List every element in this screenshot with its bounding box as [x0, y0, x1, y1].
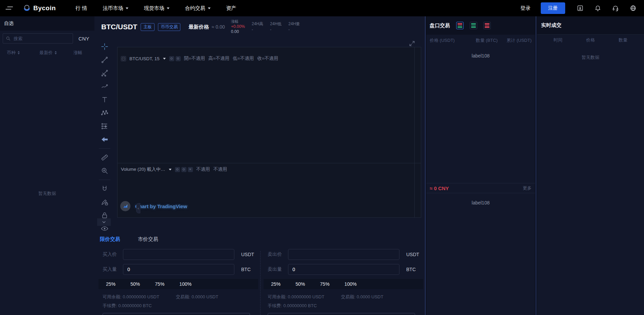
nav-item-contract-trading[interactable]: 合约交易	[185, 5, 211, 12]
trend-line-icon[interactable]	[100, 55, 109, 64]
buy-price-input[interactable]	[123, 249, 234, 260]
toolbar-divider	[99, 180, 110, 180]
chevron-down-icon[interactable]	[163, 58, 166, 61]
globe-icon[interactable]	[630, 5, 637, 12]
trades-empty-state: 暂无数据	[537, 54, 644, 61]
market-type-badge: 币币交易	[158, 23, 180, 31]
ohlc-open: 開=不適用	[184, 55, 205, 62]
arrow-left-icon[interactable]	[100, 135, 109, 144]
fullscreen-expand-icon[interactable]	[409, 40, 415, 47]
headset-icon[interactable]	[612, 5, 619, 12]
tab-market-order[interactable]: 市价交易	[138, 236, 158, 243]
forecast-tool-icon[interactable]	[100, 122, 109, 131]
drawing-lock-icon[interactable]	[100, 198, 109, 206]
eye-toggle-icon[interactable]	[175, 167, 180, 172]
orderbook-mid-row: ≈ 0 CNY 更多	[426, 183, 535, 193]
buy-percent-25[interactable]: 25%	[106, 281, 115, 287]
login-link[interactable]: 登录	[520, 5, 531, 12]
magnet-icon[interactable]	[100, 184, 109, 193]
change-percent: +0.00%	[231, 24, 245, 29]
watchlist-title: 自选	[0, 16, 94, 31]
view-buys-only-icon[interactable]	[470, 22, 477, 29]
toolbar-collapse-handle[interactable]: ‹	[136, 203, 140, 213]
sell-price-unit: USDT	[406, 252, 419, 257]
sell-amount-input[interactable]	[288, 264, 399, 275]
tradingview-attribution[interactable]: Chart by TradingView	[120, 201, 187, 211]
eye-toggle-icon[interactable]	[169, 56, 174, 61]
column-coin[interactable]: 币种	[7, 50, 39, 56]
crosshair-icon[interactable]	[100, 42, 109, 51]
buy-submit-button[interactable]	[103, 313, 250, 315]
sell-submit-button[interactable]	[268, 313, 415, 315]
chevron-down-icon[interactable]	[169, 169, 172, 172]
chart-drawing-toolbar	[94, 42, 115, 233]
brand-name: Bycoin	[33, 4, 56, 12]
orderbook-panel: 盘口交易 价格 (USDT) 数量 (BTC) 累计 (USDT) label1…	[426, 16, 535, 315]
download-icon[interactable]	[577, 5, 584, 12]
buy-turnover-label: 交易额:	[176, 294, 191, 299]
price-axis-divider	[414, 47, 415, 217]
tab-limit-order[interactable]: 限价交易	[100, 236, 120, 243]
nav-item-fiat-market[interactable]: 法币市场	[103, 5, 128, 12]
asks-placeholder: label108	[426, 46, 535, 59]
settings-icon[interactable]	[181, 167, 186, 172]
chevron-down-icon	[126, 7, 128, 11]
last-price-value: ≈ 0.00	[212, 24, 225, 30]
bottom-collapse-button[interactable]	[97, 218, 111, 226]
sell-percent-75[interactable]: 75%	[320, 281, 329, 287]
volume-label[interactable]: Volume (20) 載入中…	[121, 166, 165, 172]
search-input[interactable]	[13, 36, 64, 42]
view-combined-icon[interactable]	[456, 22, 464, 29]
ohlc-high: 高=不適用	[208, 55, 229, 62]
more-link[interactable]: 更多	[523, 185, 532, 191]
buy-fee-row: 手续费: 0.00000000 BTC	[103, 303, 258, 309]
collapse-pane-icon[interactable]	[121, 56, 126, 61]
center-column: BTC/USDT 主板 币币交易 最新价格 ≈ 0.00 涨幅 +0.00% 0…	[94, 16, 425, 315]
column-last-price[interactable]: 最新价	[39, 50, 73, 56]
volume-ma-value: 不適用	[213, 166, 227, 172]
orderbook-header: 盘口交易	[426, 16, 535, 35]
pitchfork-icon[interactable]	[100, 69, 109, 78]
tradingview-chart[interactable]: BTC/USDT, 15 開=不適用 高=不適用 低=不適用 收=不適用 Vol…	[117, 47, 421, 218]
sell-percent-25[interactable]: 25%	[271, 281, 281, 287]
nav-item-markets[interactable]: 行 情	[75, 5, 87, 12]
remove-indicator-icon[interactable]: ✕	[188, 167, 193, 172]
brush-icon[interactable]	[100, 82, 109, 91]
sell-percent-50[interactable]: 50%	[296, 281, 305, 287]
buy-percent-100[interactable]: 100%	[179, 281, 192, 287]
sell-percent-100[interactable]: 100%	[344, 281, 357, 287]
nav-item-assets[interactable]: 资产	[226, 5, 236, 12]
realtime-trades-panel: 实时成交 时间 价格 数量 暂无数据	[537, 16, 644, 315]
sell-turnover-value: 0.0000 USDT	[357, 294, 383, 299]
buy-percent-75[interactable]: 75%	[155, 281, 164, 287]
column-amount: 数量	[607, 37, 639, 43]
register-button[interactable]: 注册	[541, 2, 565, 14]
view-sells-only-icon[interactable]	[483, 22, 491, 29]
trade-form-panel: 限价交易 市价交易 买入价 USDT 买入量 BTC 25% 50% 75% 1…	[94, 231, 425, 315]
volume-value: 不適用	[196, 166, 210, 172]
buy-amount-input[interactable]	[123, 264, 234, 275]
sell-price-input[interactable]	[288, 249, 399, 260]
panel-divider	[536, 16, 536, 315]
sell-fee-value: 0.00000000 BTC	[283, 303, 317, 308]
text-tool-icon[interactable]	[100, 95, 109, 104]
column-price: 价格	[574, 37, 607, 43]
symbol-interval-label[interactable]: BTC/USDT, 15	[129, 56, 160, 61]
zoom-in-icon[interactable]	[100, 166, 109, 175]
board-badge: 主板	[141, 23, 155, 31]
buy-percent-50[interactable]: 50%	[130, 281, 140, 287]
buy-percent-row: 25% 50% 75% 100%	[99, 279, 258, 289]
hamburger-menu-icon[interactable]	[5, 4, 14, 13]
bell-icon[interactable]	[594, 5, 601, 12]
nav-item-spot-market[interactable]: 现货市场	[144, 5, 169, 12]
currency-toggle[interactable]: CNY	[78, 36, 89, 42]
search-box[interactable]	[3, 33, 73, 44]
settings-icon[interactable]	[176, 56, 181, 61]
pane-divider[interactable]	[118, 163, 421, 163]
sell-turnover-label: 交易额:	[341, 294, 356, 299]
buy-fee-label: 手续费:	[103, 303, 117, 308]
bids-placeholder: label108	[426, 193, 535, 205]
ruler-icon[interactable]	[100, 153, 109, 162]
brand-logo[interactable]: Bycoin	[22, 4, 56, 13]
xabcd-pattern-icon[interactable]	[100, 109, 109, 117]
